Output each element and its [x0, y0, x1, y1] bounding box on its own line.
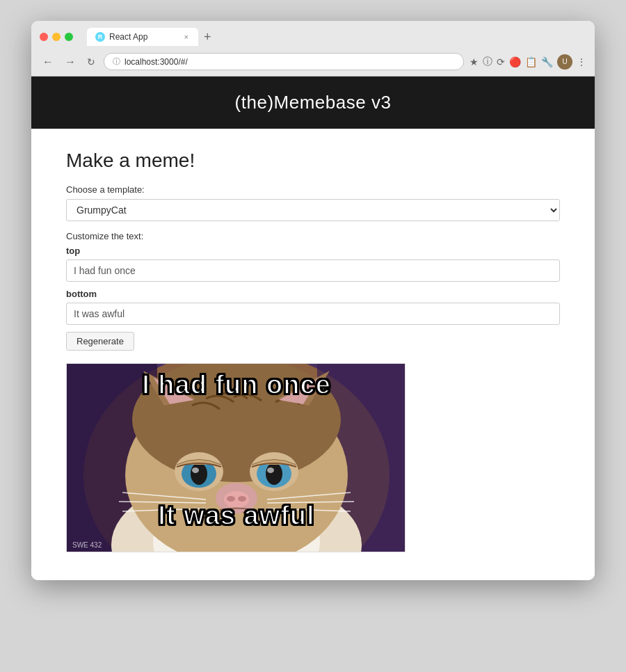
meme-watermark: SWE 432 — [72, 542, 102, 549]
browser-titlebar: R React App × + — [31, 21, 595, 50]
extension3-icon[interactable]: 📋 — [525, 56, 537, 67]
page-title: Make a meme! — [66, 150, 560, 172]
minimize-traffic-light[interactable] — [52, 33, 61, 41]
browser-window: R React App × + ← → ↻ ⓘ localhost:3000/#… — [31, 21, 595, 580]
address-text: localhost:3000/#/ — [125, 57, 188, 67]
extension2-icon[interactable]: 🔴 — [509, 56, 521, 67]
svg-point-14 — [266, 463, 282, 485]
tab-favicon: R — [95, 32, 105, 42]
forward-button[interactable]: → — [62, 55, 79, 69]
toolbar-icons: ★ ⓘ ⟳ 🔴 📋 🔧 U ⋮ — [470, 54, 586, 70]
app-title: (the)Memebase v3 — [235, 92, 392, 113]
menu-icon[interactable]: ⋮ — [577, 56, 586, 67]
svg-point-11 — [192, 467, 199, 473]
customize-label: Customize the text: — [66, 231, 560, 241]
top-text-input[interactable] — [66, 259, 560, 282]
meme-image: I had fun once It was awful SWE 432 — [67, 364, 406, 552]
app-header: (the)Memebase v3 — [31, 77, 595, 129]
tab-close-button[interactable]: × — [183, 33, 190, 41]
svg-point-10 — [191, 463, 207, 485]
svg-point-15 — [267, 467, 274, 473]
meme-bottom-text: It was awful — [67, 502, 406, 531]
reload-button[interactable]: ↻ — [84, 55, 98, 69]
meme-top-text: I had fun once — [67, 371, 406, 400]
back-button[interactable]: ← — [40, 55, 56, 69]
tab-bar: R React App × + — [87, 28, 586, 46]
address-bar[interactable]: ⓘ localhost:3000/#/ — [104, 53, 464, 70]
maximize-traffic-light[interactable] — [65, 33, 73, 41]
bottom-text-input[interactable] — [66, 303, 560, 325]
bottom-text-label: bottom — [66, 289, 560, 299]
template-label: Choose a template: — [66, 184, 560, 195]
lock-icon: ⓘ — [113, 56, 120, 67]
new-tab-button[interactable]: + — [198, 28, 217, 46]
user-avatar[interactable]: U — [557, 54, 572, 70]
info-icon[interactable]: ⓘ — [483, 56, 492, 68]
meme-container: I had fun once It was awful SWE 432 — [66, 363, 406, 552]
app-body: Make a meme! Choose a template: GrumpyCa… — [31, 129, 595, 580]
page-content: (the)Memebase v3 Make a meme! Choose a t… — [31, 77, 595, 580]
active-tab[interactable]: R React App × — [87, 28, 198, 46]
browser-toolbar: ← → ↻ ⓘ localhost:3000/#/ ★ ⓘ ⟳ 🔴 📋 🔧 U … — [31, 50, 595, 76]
bookmark-icon[interactable]: ★ — [470, 56, 479, 67]
extension4-icon[interactable]: 🔧 — [541, 56, 553, 67]
traffic-lights — [40, 33, 73, 41]
template-select[interactable]: GrumpyCat Doge BadLuckBrian SuccessKid O… — [66, 199, 560, 221]
extension1-icon[interactable]: ⟳ — [497, 56, 505, 67]
browser-chrome: R React App × + ← → ↻ ⓘ localhost:3000/#… — [31, 21, 595, 77]
tab-title: React App — [109, 32, 179, 42]
close-traffic-light[interactable] — [40, 33, 48, 41]
regenerate-button[interactable]: Regenerate — [66, 332, 134, 351]
top-text-label: top — [66, 246, 560, 256]
